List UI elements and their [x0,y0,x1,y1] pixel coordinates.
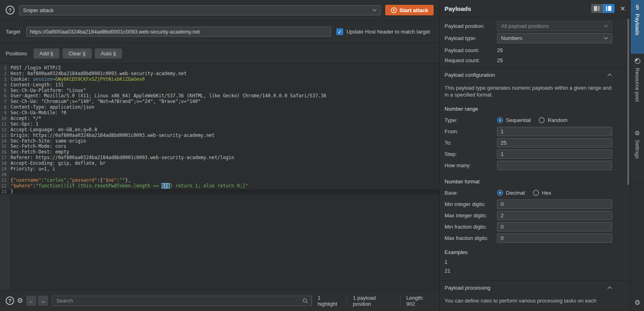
next-match-button[interactable]: → [38,296,48,306]
hex-radio[interactable] [533,190,539,196]
payload-type-select[interactable]: Numbers [497,33,612,43]
code-line: 17Referer: https://0af800aa0324ba2184ad8… [0,155,439,161]
update-host-label: Update Host header to match target [346,29,430,35]
panel-scrollbar[interactable] [627,19,629,185]
code-line: 23} [0,189,439,195]
settings-tab-strip: § Payloads Resource pool ⚙ Settings ⚙ [631,0,644,311]
step-input[interactable] [497,149,612,159]
sidebar-spacer [631,183,644,299]
min-integer-input[interactable] [497,200,612,209]
close-icon[interactable]: ✕ [620,5,625,13]
code-token: session= [33,76,55,82]
tab-resource-pool[interactable]: Resource pool [631,54,644,126]
help-icon[interactable]: ? [6,296,14,305]
gear-icon[interactable]: ⚙ [17,297,23,304]
payload-type-value: Numbers [501,35,600,41]
line-number: 14 [0,139,8,144]
collapse-section-button[interactable] [607,74,612,76]
update-host-checkbox[interactable]: ✓ [336,28,343,35]
code-text: Sec-Ch-Ua-Mobile: ?0 [8,110,66,116]
line-number: 13 [0,133,8,139]
request-editor[interactable]: 1POST /login HTTP/22Host: 0af800aa0324ba… [0,64,439,290]
code-text: Priority: u=1, i [8,166,55,172]
layout-split-right-icon[interactable] [603,4,615,13]
start-attack-label: Start attack [400,7,428,13]
request-count-value: 25 [497,57,503,63]
payload-type-label: Payload type: [445,35,497,41]
code-line: 15Sec-Fetch-Mode: cors [0,144,439,149]
line-number: 11 [0,122,8,127]
sequential-radio[interactable] [497,117,503,123]
gear-icon: ⚙ [635,130,640,136]
max-fraction-row: Max fraction digits: [445,233,612,243]
section-divider [440,280,630,281]
gear-icon[interactable]: ⚙ [634,299,640,306]
request-count-row: Request count: 25 [445,57,612,63]
line-number: 22 [0,183,8,189]
code-token: Content-Length: 131 [10,82,64,88]
code-line: 10Accept: */* [0,116,439,122]
payload-configuration-title: Payload configuration [445,72,607,78]
code-line: 8Content-Type: application/json [0,105,439,110]
max-integer-input[interactable] [497,211,612,220]
code-line: 16Sec-Fetch-Dest: empty [0,149,439,155]
line-number: 12 [0,127,8,133]
random-radio[interactable] [539,117,545,123]
max-integer-row: Max integer digits: [445,211,612,220]
collapse-section-button[interactable] [607,286,612,289]
line-number: 2 [0,71,8,77]
question-glyph: ? [8,7,12,13]
code-token: }, [125,177,131,183]
max-fraction-label: Max fraction digits: [445,235,497,241]
to-input[interactable] [497,138,612,147]
payload-position-select[interactable]: All payload positions [497,21,612,31]
auto-positions-button[interactable]: Auto § [95,48,122,59]
decimal-label: Decimal [506,190,525,196]
clear-positions-button[interactable]: Clear § [63,48,92,59]
code-line: 19Priority: u=1, i [0,166,439,172]
how-many-input[interactable] [497,161,612,170]
code-token: Content-Type: application/json [10,104,94,110]
payload-type-row: Payload type: Numbers [445,33,612,43]
code-text: Host: 0af800aa0324ba2184ad8bd0001c0093.w… [8,71,187,77]
from-input[interactable] [497,127,612,136]
min-fraction-row: Min fraction digits: [445,222,612,231]
search-input[interactable] [56,297,302,304]
from-row: From: [445,127,612,136]
help-icon[interactable]: ? [6,6,15,15]
attack-type-value: Sniper attack [23,7,369,13]
line-number: 8 [0,105,8,110]
tab-settings[interactable]: ⚙ Settings [631,126,644,183]
payload-configuration-description: This payload type generates numeric payl… [445,85,612,99]
base-label: Base: [445,190,497,196]
code-text: Sec-Ch-Ua: "Chromium";v="140", "Not=A?Br… [8,99,201,105]
play-circle-icon [391,7,397,13]
code-token: Cookie: [10,76,33,82]
line-number: 5 [0,88,8,94]
rect-glyph [598,6,600,11]
payload-count-value: 25 [497,47,503,53]
min-fraction-input[interactable] [497,222,612,231]
attack-type-select[interactable]: Sniper attack [19,5,381,15]
question-glyph: ? [8,298,12,304]
line-number: 7 [0,99,8,105]
layout-split-left-icon[interactable] [591,4,603,13]
request-length: Length: 902 [406,295,434,307]
code-token: Priority: u=1, i [10,166,55,172]
number-range-title: Number range [445,106,612,112]
code-text: Origin: https://0af800aa0324ba2184ad8bd0… [8,133,214,139]
prev-match-button[interactable]: ← [26,296,36,306]
add-position-button[interactable]: Add § [34,48,59,59]
check-icon: ✓ [338,29,342,35]
target-url-input[interactable] [26,27,331,37]
code-token: Referer: https://0af800aa0324ba2184ad8bd… [10,155,234,160]
max-fraction-input[interactable] [497,233,612,243]
panel-layout-toggle [591,4,615,13]
tab-payloads[interactable]: § Payloads [631,0,644,54]
start-attack-button[interactable]: Start attack [385,5,434,15]
request-count-label: Request count: [445,57,497,63]
decimal-radio[interactable] [497,190,503,196]
target-row: Target ✓ Update Host header to match tar… [0,21,439,43]
line-number: 10 [0,116,8,122]
code-line: 14Sec-Fetch-Site: same-origin [0,139,439,144]
